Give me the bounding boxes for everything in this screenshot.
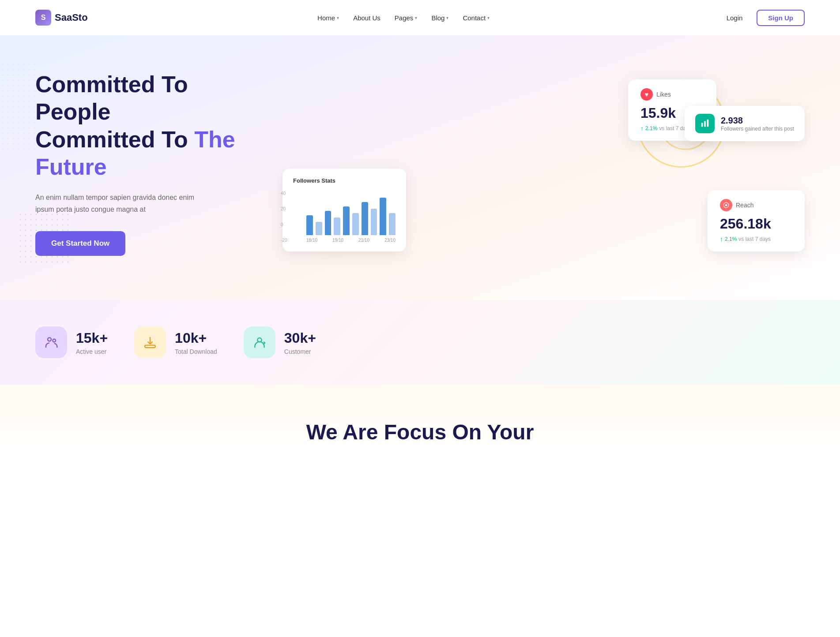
nav-contact[interactable]: Contact ▾ bbox=[463, 14, 490, 22]
chevron-down-icon: ▾ bbox=[415, 15, 417, 20]
login-button[interactable]: Login bbox=[719, 11, 750, 25]
stat-customers: 30k+ Customer bbox=[244, 326, 316, 358]
chart-title: Followers Stats bbox=[293, 177, 396, 184]
followers-gained-widget: 2.938 Followers gained after this post bbox=[685, 106, 805, 141]
logo[interactable]: S SaaSto bbox=[35, 10, 88, 26]
active-users-icon bbox=[35, 326, 67, 358]
svg-point-5 bbox=[53, 339, 56, 342]
followers-count: 2.938 bbox=[721, 116, 794, 126]
hero-content: Committed To People Committed To The Fut… bbox=[35, 71, 265, 256]
bar-chart-icon bbox=[695, 114, 715, 133]
nav-links: Home ▾ About Us Pages ▾ Blog ▾ Contact ▾ bbox=[317, 14, 490, 22]
hero-section: Committed To People Committed To The Fut… bbox=[0, 35, 840, 300]
likes-header: ♥ Likes bbox=[640, 88, 704, 101]
stat-downloads-text: 10k+ Total Download bbox=[175, 330, 217, 355]
download-icon bbox=[134, 326, 166, 358]
stat-downloads-value: 10k+ bbox=[175, 330, 217, 346]
chart-bar bbox=[389, 213, 396, 235]
svg-point-3 bbox=[725, 204, 727, 206]
stat-active-users-value: 15k+ bbox=[76, 330, 108, 346]
stat-customers-value: 30k+ bbox=[284, 330, 316, 346]
cta-button[interactable]: Get Started Now bbox=[35, 231, 125, 256]
reach-widget: Reach 256.18k ↑ 2.1% vs last 7 days bbox=[708, 190, 805, 251]
stat-downloads-label: Total Download bbox=[175, 348, 217, 355]
stat-downloads: 10k+ Total Download bbox=[134, 326, 217, 358]
chart-bar bbox=[371, 209, 377, 235]
chart-bar bbox=[306, 215, 313, 235]
stat-active-users-text: 15k+ Active user bbox=[76, 330, 108, 355]
reach-value: 256.18k bbox=[720, 216, 792, 232]
stats-grid: 15k+ Active user 10k+ Total Download bbox=[35, 326, 805, 358]
likes-label: Likes bbox=[656, 91, 671, 98]
nav-actions: Login Sign Up bbox=[719, 10, 805, 26]
chart-x-labels: 18/10 19/10 21/10 23/10 bbox=[306, 238, 396, 243]
customer-icon bbox=[244, 326, 275, 358]
bottom-title: We Are Focus On Your bbox=[35, 420, 805, 444]
nav-pages[interactable]: Pages ▾ bbox=[395, 14, 418, 22]
followers-desc: Followers gained after this post bbox=[721, 126, 794, 132]
reach-label: Reach bbox=[736, 202, 753, 209]
chart-bars bbox=[306, 191, 396, 235]
chart-bar bbox=[380, 198, 386, 235]
stat-active-users-label: Active user bbox=[76, 348, 108, 355]
brand-name: SaaSto bbox=[55, 12, 88, 23]
signup-button[interactable]: Sign Up bbox=[757, 10, 805, 26]
chart-bar bbox=[343, 206, 350, 235]
hero-widgets: ♥ Likes 15.9k ↑ 2.1% vs last 7 days 2.93… bbox=[283, 71, 805, 256]
chart-bar bbox=[352, 213, 359, 235]
svg-point-4 bbox=[48, 337, 51, 341]
svg-rect-0 bbox=[701, 123, 703, 127]
chevron-down-icon: ▾ bbox=[446, 15, 448, 20]
heart-icon: ♥ bbox=[640, 88, 653, 101]
hero-title: Committed To People Committed To The Fut… bbox=[35, 71, 265, 181]
svg-rect-1 bbox=[704, 121, 706, 127]
reach-header: Reach bbox=[720, 199, 792, 211]
svg-rect-6 bbox=[145, 345, 155, 348]
stat-customers-label: Customer bbox=[284, 348, 316, 355]
navbar: S SaaSto Home ▾ About Us Pages ▾ Blog ▾ … bbox=[0, 0, 840, 35]
stat-customers-text: 30k+ Customer bbox=[284, 330, 316, 355]
nav-about[interactable]: About Us bbox=[353, 14, 380, 22]
chevron-down-icon: ▾ bbox=[337, 15, 339, 20]
trend-up-icon: ↑ bbox=[640, 125, 644, 132]
stats-section: 15k+ Active user 10k+ Total Download bbox=[0, 300, 840, 385]
bg-dots-left bbox=[0, 62, 35, 150]
nav-blog[interactable]: Blog ▾ bbox=[431, 14, 448, 22]
followers-chart-widget: Followers Stats 40 20 0 -20 bbox=[283, 169, 406, 251]
reach-trend: ↑ 2.1% vs last 7 days bbox=[720, 236, 792, 243]
svg-rect-2 bbox=[707, 120, 708, 127]
hero-subtitle: An enim nullam tempor sapien gravida don… bbox=[35, 191, 212, 215]
chevron-down-icon: ▾ bbox=[487, 15, 490, 20]
logo-icon: S bbox=[35, 10, 51, 26]
chart-bar bbox=[316, 222, 322, 235]
followers-info: 2.938 Followers gained after this post bbox=[721, 116, 794, 132]
reach-icon bbox=[720, 199, 732, 211]
chart-bar bbox=[325, 211, 331, 235]
bottom-section: We Are Focus On Your bbox=[0, 385, 840, 462]
trend-up-icon: ↑ bbox=[720, 236, 723, 243]
stat-active-users: 15k+ Active user bbox=[35, 326, 108, 358]
chart-bar bbox=[334, 217, 340, 235]
nav-home[interactable]: Home ▾ bbox=[317, 14, 339, 22]
chart-y-labels: 40 20 0 -20 bbox=[281, 191, 287, 243]
chart-bar bbox=[362, 202, 368, 235]
